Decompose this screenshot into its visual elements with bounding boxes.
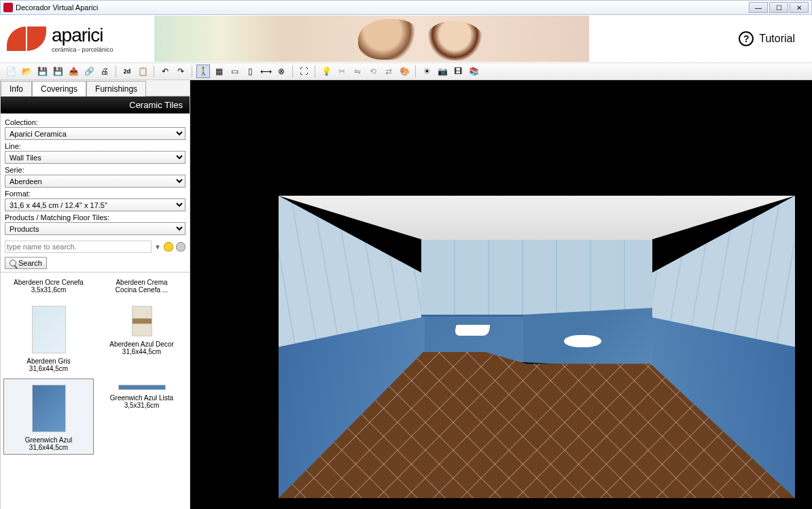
search-icon [10, 260, 16, 266]
tile-swatch [132, 306, 152, 336]
export-icon[interactable]: 📤 [67, 65, 80, 78]
tile-swatch [32, 306, 66, 353]
redo-icon[interactable]: ↷ [174, 65, 188, 78]
walk-icon[interactable]: 🚶 [196, 65, 210, 78]
app-icon [3, 3, 13, 12]
collection-select[interactable]: Aparici Ceramica [5, 127, 186, 140]
scissors-icon[interactable]: ✂ [335, 65, 349, 78]
close-button[interactable]: ✕ [790, 2, 809, 13]
logo: aparici cerámica - porcelánico [7, 24, 113, 53]
link-icon[interactable]: 🔗 [82, 65, 96, 78]
fixture-basin [564, 335, 601, 347]
print-icon[interactable]: 🖨 [98, 65, 111, 78]
undo-icon[interactable]: ↶ [158, 65, 172, 78]
product-item[interactable]: Aberdeen Crema Cocina Cenefa ... [96, 275, 187, 297]
tab-info[interactable]: Info [1, 81, 32, 96]
product-item[interactable]: Aberdeen Ocre Cenefa 3,5x31,6cm [3, 275, 94, 297]
tile-swatch [32, 385, 66, 432]
tutorial-link[interactable]: Tutorial [759, 33, 795, 45]
serie-label: Serie: [5, 166, 186, 174]
banner-image [154, 16, 589, 62]
brand-name: aparici [52, 24, 113, 46]
tab-coverings[interactable]: Coverings [32, 81, 86, 96]
section-title: Ceramic Tiles [1, 96, 190, 113]
minimize-button[interactable]: — [749, 2, 768, 13]
tab-furnishings[interactable]: Furnishings [86, 81, 146, 96]
camera-icon[interactable]: 📷 [436, 65, 449, 78]
save-as-icon[interactable]: 💾 [51, 65, 65, 78]
new-icon[interactable]: 📄 [4, 65, 18, 78]
titlebar: Decorador Virtual Aparici — ☐ ✕ [0, 0, 812, 15]
fixture-sink [455, 325, 491, 336]
palette-icon[interactable]: 🎨 [398, 65, 411, 78]
search-button[interactable]: Search [5, 257, 47, 269]
header-bar: aparici cerámica - porcelánico ? Tutoria… [0, 15, 812, 63]
light-icon[interactable]: 💡 [319, 65, 333, 78]
layout-icon[interactable]: ▯ [243, 65, 257, 78]
product-item[interactable]: Aberdeen Azul Decor 31,6x44,5cm [96, 300, 187, 376]
product-item[interactable]: Aberdeen Gris 31,6x44,5cm [3, 300, 94, 376]
wall-icon[interactable]: ▭ [228, 65, 241, 78]
flip-h-icon[interactable]: ⇋ [351, 65, 364, 78]
format-select[interactable]: 31,6 x 44,5 cm / 12.4'' x 17.5'' [5, 198, 186, 211]
line-label: Line: [5, 142, 186, 150]
catalog-icon[interactable]: 📚 [467, 65, 480, 78]
rotate-icon[interactable]: ⟲ [366, 65, 380, 78]
sun-icon[interactable]: ☀ [420, 65, 434, 78]
viewport-3d[interactable] [190, 80, 812, 509]
collection-label: Colection: [5, 118, 186, 126]
chevron-down-icon[interactable]: ▼ [154, 243, 161, 251]
products-select[interactable]: Products [5, 222, 186, 235]
serie-select[interactable]: Aberdeen [5, 175, 186, 188]
line-select[interactable]: Wall Tiles [5, 151, 186, 164]
grid-icon[interactable]: ▦ [212, 65, 226, 78]
search-input[interactable] [5, 241, 152, 253]
save-icon[interactable]: 💾 [35, 65, 49, 78]
film-icon[interactable]: 🎞 [451, 65, 465, 78]
mirror-icon[interactable]: ⇄ [382, 65, 395, 78]
maximize-button[interactable]: ☐ [769, 2, 788, 13]
product-item[interactable] [96, 457, 187, 471]
tile-swatch [118, 385, 166, 390]
window-title: Decorador Virtual Aparici [16, 3, 98, 12]
help-icon[interactable]: ? [739, 31, 754, 46]
product-item-selected[interactable]: Greenwich Azul 31,6x44,5cm [3, 379, 94, 455]
open-icon[interactable]: 📂 [20, 65, 33, 78]
document-icon[interactable]: 📋 [136, 65, 149, 78]
product-item[interactable] [3, 457, 94, 471]
fit-icon[interactable]: ⛶ [297, 65, 311, 78]
lightbulb-off-icon[interactable] [176, 242, 186, 251]
brand-tagline: cerámica - porcelánico [52, 46, 113, 53]
product-item[interactable]: Greenwich Azul Lista 3,5x31,6cm [96, 379, 187, 455]
format-label: Format: [5, 190, 186, 198]
product-list[interactable]: Aberdeen Ocre Cenefa 3,5x31,6cm Aberdeen… [1, 272, 190, 509]
room-render [279, 196, 795, 498]
toolbar: 📄 📂 💾 💾 📤 🔗 🖨 2d 📋 ↶ ↷ 🚶 ▦ ▭ ▯ ⟷ ⊗ ⛶ 💡 ✂… [0, 63, 812, 80]
lightbulb-icon[interactable] [164, 242, 173, 251]
mode-2d-icon[interactable]: 2d [120, 65, 134, 78]
products-label: Products / Matching Floor Tiles: [5, 213, 186, 222]
delete-icon[interactable]: ⊗ [275, 65, 288, 78]
side-panel: Info Coverings Furnishings Ceramic Tiles… [0, 80, 190, 509]
dimension-icon[interactable]: ⟷ [259, 65, 272, 78]
